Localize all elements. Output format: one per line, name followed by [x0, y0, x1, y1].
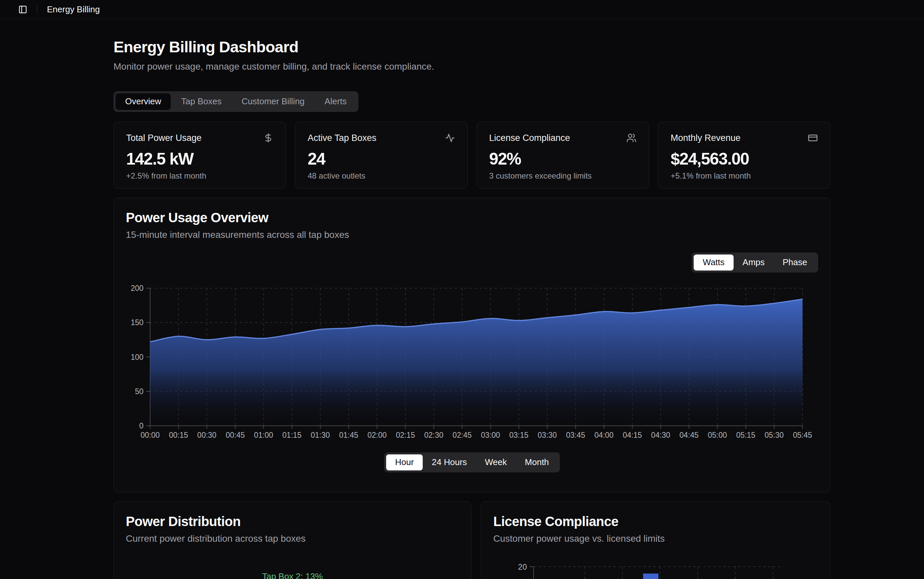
license-compliance-card: License Compliance Customer power usage … [481, 501, 831, 579]
power-usage-area-chart[interactable]: 00:0000:1500:3000:4501:0001:1501:3001:45… [126, 280, 818, 440]
app-title: Energy Billing [47, 4, 100, 15]
sidebar-toggle-button[interactable] [18, 5, 27, 14]
svg-text:04:45: 04:45 [680, 431, 699, 439]
range-hour-button[interactable]: Hour [386, 455, 423, 470]
tab-tap-boxes[interactable]: Tap Boxes [171, 93, 231, 110]
svg-text:00:45: 00:45 [226, 431, 245, 439]
stat-note: +5.1% from last month [671, 171, 818, 181]
svg-text:00:15: 00:15 [169, 431, 188, 439]
tab-customer-billing[interactable]: Customer Billing [232, 93, 314, 110]
stat-value: $24,563.00 [671, 150, 818, 167]
stat-card-monthly-revenue: Monthly Revenue$24,563.00+5.1% from last… [658, 122, 831, 188]
bottom-row: Power Distribution Current power distrib… [114, 501, 831, 579]
unit-phase-button[interactable]: Phase [774, 255, 816, 270]
bar-chart-svg: 20 [481, 502, 831, 579]
svg-text:150: 150 [131, 318, 143, 327]
power-usage-card: Power Usage Overview 15-minute interval … [114, 198, 831, 492]
stats-row: Total Power Usage142.5 kW+2.5% from last… [114, 122, 831, 188]
stat-value: 142.5 kW [126, 150, 273, 167]
svg-text:01:30: 01:30 [311, 431, 330, 439]
svg-text:03:30: 03:30 [538, 431, 557, 439]
page-title: Energy Billing Dashboard [114, 38, 831, 56]
svg-text:200: 200 [131, 284, 143, 293]
pie-slice-label: Tap Box 2: 13% [114, 571, 471, 579]
svg-text:01:15: 01:15 [282, 431, 301, 439]
unit-amps-button[interactable]: Amps [733, 255, 774, 270]
unit-watts-button[interactable]: Watts [694, 255, 733, 270]
svg-text:04:15: 04:15 [623, 431, 642, 439]
range-toggle-group: Hour24 HoursWeekMonth [384, 452, 560, 473]
svg-text:02:30: 02:30 [424, 431, 443, 439]
svg-text:04:00: 04:00 [595, 431, 614, 439]
unit-toggle-group: WattsAmpsPhase [692, 252, 818, 273]
svg-text:02:15: 02:15 [396, 431, 415, 439]
power-distribution-subtitle: Current power distribution across tap bo… [126, 533, 459, 544]
compliance-bar-chart[interactable]: 20 [481, 502, 831, 579]
svg-text:00:30: 00:30 [197, 431, 217, 439]
stat-label: Active Tap Boxes [308, 133, 376, 143]
svg-text:01:45: 01:45 [339, 431, 359, 439]
svg-text:00:00: 00:00 [140, 431, 160, 439]
svg-text:0: 0 [139, 422, 143, 430]
stat-card-total-power-usage: Total Power Usage142.5 kW+2.5% from last… [114, 122, 286, 188]
stat-label: Total Power Usage [126, 133, 202, 143]
svg-text:02:45: 02:45 [453, 431, 472, 439]
tab-bar: OverviewTap BoxesCustomer BillingAlerts [114, 91, 359, 112]
main-content: Energy Billing Dashboard Monitor power u… [114, 38, 831, 579]
stat-value: 24 [308, 150, 455, 167]
svg-text:01:00: 01:00 [254, 431, 273, 439]
power-usage-subtitle: 15-minute interval measurements across a… [126, 229, 818, 240]
svg-text:05:00: 05:00 [708, 431, 727, 439]
svg-text:02:00: 02:00 [367, 431, 387, 439]
stat-label: License Compliance [489, 133, 570, 143]
page-subtitle: Monitor power usage, manage customer bil… [114, 61, 831, 72]
svg-text:03:45: 03:45 [566, 431, 585, 439]
power-distribution-card: Power Distribution Current power distrib… [114, 501, 471, 579]
stat-value: 92% [489, 150, 636, 167]
range-month-button[interactable]: Month [516, 455, 558, 470]
panel-left-icon [18, 5, 27, 14]
stat-note: 48 active outlets [308, 171, 455, 181]
stat-card-license-compliance: License Compliance92%3 customers exceedi… [477, 122, 649, 188]
topbar: Energy Billing [0, 0, 924, 19]
svg-text:50: 50 [135, 387, 143, 396]
stat-card-active-tap-boxes: Active Tap Boxes2448 active outlets [295, 122, 467, 188]
tab-overview[interactable]: Overview [116, 93, 171, 110]
power-distribution-title: Power Distribution [126, 514, 459, 529]
svg-text:03:15: 03:15 [509, 431, 528, 439]
users-icon [626, 133, 636, 143]
area-chart-svg: 00:0000:1500:3000:4501:0001:1501:3001:45… [126, 280, 819, 439]
stat-label: Monthly Revenue [671, 133, 741, 143]
activity-icon [445, 133, 455, 143]
range-week-button[interactable]: Week [476, 455, 516, 470]
stat-note: 3 customers exceeding limits [489, 171, 636, 181]
credit-card-icon [808, 133, 818, 143]
power-usage-title: Power Usage Overview [126, 210, 818, 225]
tab-alerts[interactable]: Alerts [315, 93, 356, 110]
svg-text:05:15: 05:15 [736, 431, 756, 439]
svg-text:03:00: 03:00 [481, 431, 500, 439]
svg-text:05:45: 05:45 [793, 431, 812, 439]
svg-text:20: 20 [518, 562, 527, 571]
svg-text:05:30: 05:30 [764, 431, 784, 439]
dollar-icon [263, 133, 273, 143]
svg-text:04:30: 04:30 [651, 431, 670, 439]
svg-text:100: 100 [131, 352, 143, 361]
range-24-hours-button[interactable]: 24 Hours [423, 455, 476, 470]
stat-note: +2.5% from last month [126, 171, 273, 181]
